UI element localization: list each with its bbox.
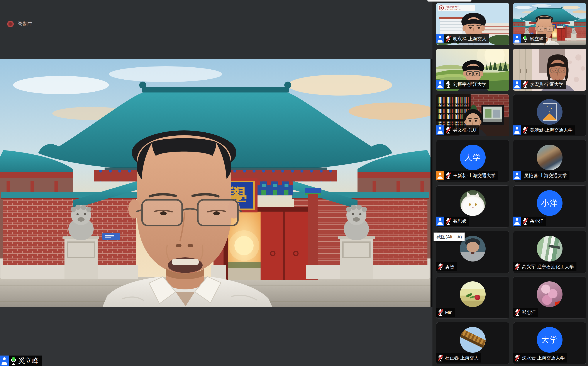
main-speaker-label: 奚立峰 [0,356,42,366]
participant-icon [513,80,521,89]
participant-name: 杜正春-上海交大 [443,355,481,361]
participant-tile[interactable]: 吴艳琼-上海交通大学 [513,140,586,182]
participant-icon [513,217,521,226]
avatar-initials: 小洋 [537,190,563,216]
participant-label: 王新昶-上海交通大学 [436,171,498,180]
participant-name: 刘振宇-浙江大学 [451,81,489,87]
participant-tile[interactable]: 李宏燕-宁夏大学 [513,49,586,91]
participant-name: 奚立峰 [528,36,546,42]
participant-icon [436,125,444,135]
mic-active-icon [10,357,16,365]
participant-tile[interactable]: 吴文征-JLU [436,94,509,136]
avatar-initials: 大学 [537,327,563,353]
participant-name: 王新昶-上海交通大学 [451,173,498,179]
participant-label: 胡永祥-上海交大 [436,34,489,43]
participant-icon [436,34,444,43]
participant-tile[interactable]: 小洋 岳小洋 [513,185,586,228]
main-speaker-video[interactable] [0,59,431,307]
participant-icon [436,80,444,89]
mic-muted-icon [523,81,528,88]
participant-label: 黄靖涵-上海交通大学 [513,125,575,135]
participant-label: 勇智 [436,262,457,271]
main-speaker-name: 奚立峰 [18,356,38,365]
participant-label: 岳小洋 [513,217,546,226]
avatar-photo: ★ [537,281,563,307]
participant-icon [436,217,444,226]
participant-icon [436,171,444,180]
screenshot-tooltip: 截图(Alt + A) [434,233,465,241]
recording-label: 录制中 [18,21,33,27]
avatar-photo [460,281,485,307]
recording-indicator[interactable]: 录制中 [7,21,33,27]
participant-name: 郑惠江 [520,309,538,315]
participant-tile[interactable]: 上海交通大学 机械与动力工程学院 胡永祥-上海交大 [436,3,509,45]
participant-tile[interactable]: 大学 王新昶-上海交通大学 [436,140,509,182]
participant-tile[interactable]: ★ 郑惠江 [513,277,586,319]
participant-tile[interactable]: Min [436,277,509,319]
mic-active-icon [523,35,528,42]
participant-name: 黄靖涵-上海交通大学 [528,127,575,133]
svg-text:机械与动力工程学院: 机械与动力工程学院 [445,8,461,10]
avatar-night-scene [537,99,563,125]
participant-icon [513,171,521,180]
participant-label: 杜正春-上海交大 [436,353,481,363]
participant-label: 郑惠江 [513,308,538,317]
participant-name: 聂思媛 [451,218,469,224]
participants-sidebar: 上海交通大学 机械与动力工程学院 胡永祥-上海交大 [433,0,588,366]
mic-muted-icon [446,35,451,42]
floating-toolbar-edge[interactable] [427,0,471,1]
participant-name: 岳小洋 [528,218,546,224]
participant-name: 李宏燕-宁夏大学 [528,81,566,87]
mic-muted-icon [523,127,528,133]
participant-tile[interactable]: 黄靖涵-上海交通大学 [513,94,586,136]
main-speaker-panel: 录制中 奚立峰 [0,0,433,366]
mic-muted-icon [446,218,451,225]
mic-muted-icon [438,263,443,270]
main-bottom-bar [0,307,433,366]
main-top-bar: 录制中 [0,0,433,59]
recording-dot-icon [7,21,14,27]
mic-muted-icon [515,354,520,361]
participant-tile[interactable]: 杜正春-上海交大 [436,322,509,364]
avatar-initials: 大学 [460,145,485,170]
participant-tile[interactable]: 高兴军-辽宁石油化工大学 [513,231,586,273]
participant-name: 胡永祥-上海交大 [451,36,489,42]
participant-label: 刘振宇-浙江大学 [436,80,489,89]
participant-name: 沈水云-上海交通大学 [520,355,567,361]
participant-icon [513,125,521,135]
participant-label: 聂思媛 [436,217,469,226]
participant-tile[interactable]: 聂思媛 [436,185,509,228]
participant-icon [0,356,9,366]
participant-label: 奚立峰 [513,34,546,43]
mic-muted-icon [446,127,451,133]
participant-label: 李宏燕-宁夏大学 [513,80,566,89]
mic-muted-icon [515,309,520,316]
participant-name: 勇智 [443,264,457,270]
participant-label: Min [436,308,455,317]
participant-name: Min [443,310,455,315]
avatar-photo [460,327,485,353]
avatar-photo [537,145,563,170]
china-flag-badge: ★ [555,301,563,307]
participant-tile[interactable]: 大学 沈水云-上海交通大学 [513,322,586,364]
participant-label: 吴文征-JLU [436,125,479,135]
participant-tile[interactable]: 刘振宇-浙江大学 [436,49,509,91]
virtual-background-scene [0,59,431,307]
mic-muted-icon [446,172,451,179]
mic-muted-icon [523,218,528,225]
participant-name: 高兴军-辽宁石油化工大学 [520,264,576,270]
mic-muted-icon [438,354,443,361]
participant-label: 吴艳琼-上海交通大学 [513,171,569,180]
avatar-cat-photo [460,190,485,216]
participant-name: 吴文征-JLU [451,127,479,133]
mic-muted-icon [438,309,443,316]
mic-muted-icon [515,263,520,270]
participant-tile-active-speaker[interactable]: 奚立峰 [513,3,586,45]
avatar-photo [537,236,563,261]
participant-icon [513,34,521,43]
participant-label: 沈水云-上海交通大学 [513,353,567,363]
participant-label: 高兴军-辽宁石油化工大学 [513,262,576,271]
participant-name: 吴艳琼-上海交通大学 [522,173,569,179]
meeting-window: 录制中 奚立峰 [0,0,588,366]
mic-on-icon [446,81,451,88]
